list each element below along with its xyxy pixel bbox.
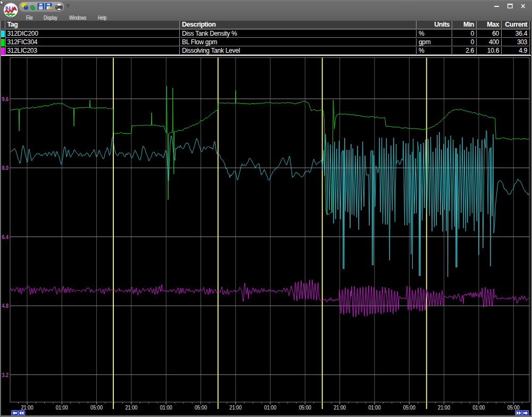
svg-text:21:00: 21:00 [125, 404, 137, 411]
svg-text:01:00: 01:00 [472, 404, 485, 411]
svg-text:21:00: 21:00 [229, 404, 242, 411]
svg-text:05:00: 05:00 [90, 404, 103, 411]
svg-text:4.8: 4.8 [2, 302, 9, 309]
svg-text:3.2: 3.2 [2, 372, 9, 378]
svg-text:21:00: 21:00 [438, 404, 450, 411]
svg-text:21:00: 21:00 [21, 404, 34, 411]
svg-text:05:00: 05:00 [508, 404, 520, 411]
svg-text:01:00: 01:00 [160, 404, 172, 411]
svg-text:9.6: 9.6 [2, 96, 9, 102]
svg-text:01:00: 01:00 [56, 404, 68, 411]
svg-text:01:00: 01:00 [264, 404, 277, 411]
svg-text:05:00: 05:00 [299, 404, 311, 411]
svg-text:21:00: 21:00 [334, 404, 346, 411]
svg-text:01:00: 01:00 [369, 404, 381, 411]
svg-text:05:00: 05:00 [195, 404, 207, 411]
svg-text:05:00: 05:00 [403, 404, 415, 411]
svg-text:8.0: 8.0 [2, 165, 9, 171]
svg-text:6.4: 6.4 [2, 234, 9, 240]
